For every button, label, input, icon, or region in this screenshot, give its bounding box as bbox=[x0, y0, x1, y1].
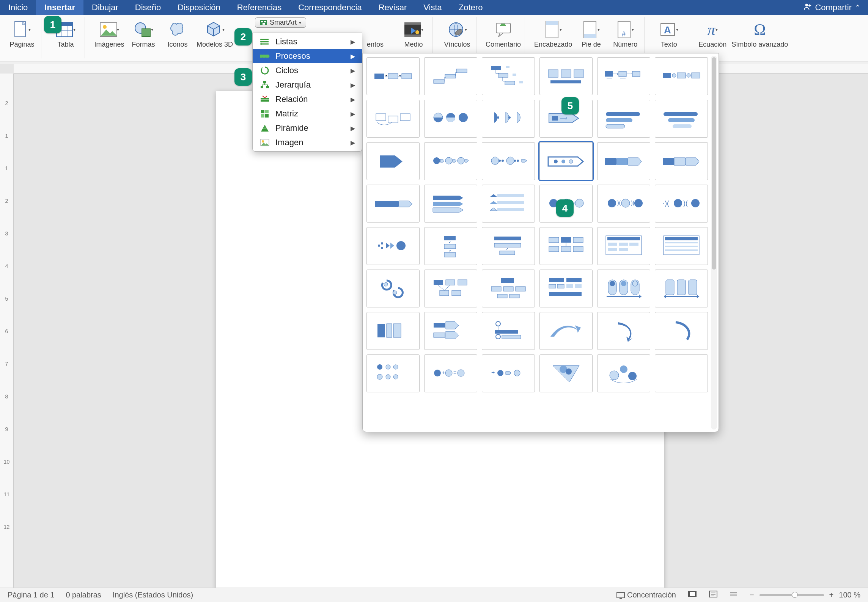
gallery-thumbnail[interactable] bbox=[482, 142, 535, 180]
gallery-thumbnail[interactable] bbox=[482, 100, 535, 138]
piede-button[interactable]: ▾ Pie de bbox=[576, 18, 606, 49]
gallery-thumbnail[interactable] bbox=[482, 270, 535, 307]
gallery-thumbnail[interactable] bbox=[539, 227, 593, 265]
share-button[interactable]: Compartir bbox=[815, 3, 852, 13]
gallery-thumbnail[interactable] bbox=[597, 227, 650, 265]
tab-disposicion[interactable]: Disposición bbox=[169, 0, 229, 15]
tab-insertar[interactable]: Insertar bbox=[36, 0, 83, 15]
gallery-thumbnail[interactable] bbox=[655, 312, 708, 350]
zoom-out-button[interactable]: − bbox=[750, 591, 754, 599]
view-read-button[interactable] bbox=[709, 590, 718, 600]
gallery-thumbnail[interactable] bbox=[424, 185, 477, 223]
ruler-vertical[interactable]: 21 12 34 56 78 910 1112 bbox=[0, 74, 14, 588]
gallery-thumbnail[interactable] bbox=[366, 142, 420, 180]
gallery-thumbnail[interactable] bbox=[539, 57, 593, 95]
gallery-thumbnail[interactable] bbox=[366, 227, 420, 265]
status-page[interactable]: Página 1 de 1 bbox=[8, 591, 54, 599]
texto-button[interactable]: A▾ Texto bbox=[654, 18, 684, 49]
gallery-thumbnail[interactable] bbox=[482, 185, 535, 223]
modelos3d-button[interactable]: ▾ Modelos 3D bbox=[197, 18, 233, 49]
svg-rect-73 bbox=[677, 73, 686, 78]
gallery-thumbnail[interactable]: + bbox=[482, 354, 535, 392]
gallery-thumbnail[interactable] bbox=[482, 57, 535, 95]
gallery-thumbnail[interactable]: )()( bbox=[597, 185, 650, 223]
gallery-thumbnail[interactable] bbox=[424, 142, 477, 180]
gallery-thumbnail[interactable] bbox=[539, 270, 593, 307]
gallery-thumbnail[interactable] bbox=[424, 312, 477, 350]
svg-text:+: + bbox=[442, 370, 445, 376]
gallery-thumbnail[interactable] bbox=[366, 312, 420, 350]
partial-button[interactable]: entos bbox=[365, 18, 385, 49]
menu-item-piramide[interactable]: Pirámide ▶ bbox=[253, 121, 362, 135]
gallery-thumbnail[interactable] bbox=[539, 142, 593, 180]
paginas-button[interactable]: ▾ Páginas bbox=[7, 18, 37, 49]
encabezado-button[interactable]: ▾ Encabezado bbox=[534, 18, 572, 49]
vinculos-button[interactable]: ▾ Vínculos bbox=[442, 18, 472, 49]
gallery-thumbnail[interactable] bbox=[424, 100, 477, 138]
focus-mode-button[interactable]: Concentración bbox=[616, 591, 676, 599]
gallery-thumbnail[interactable] bbox=[366, 100, 420, 138]
gallery-thumbnail[interactable] bbox=[655, 142, 708, 180]
gallery-thumbnail[interactable] bbox=[597, 354, 650, 392]
tab-vista[interactable]: Vista bbox=[415, 0, 450, 15]
numero-button[interactable]: #▾ Número bbox=[610, 18, 640, 49]
gallery-thumbnail[interactable] bbox=[366, 57, 420, 95]
zoom-level[interactable]: 100 % bbox=[839, 591, 860, 599]
menu-item-jerarquia[interactable]: Jerarquía ▶ bbox=[253, 78, 362, 92]
step-badge-3: 3 bbox=[234, 68, 252, 86]
svg-rect-29 bbox=[261, 21, 263, 22]
gallery-thumbnail[interactable]: += bbox=[424, 354, 477, 392]
medio-button[interactable]: ▾ Medio bbox=[398, 18, 429, 49]
gallery-thumbnail[interactable] bbox=[366, 354, 420, 392]
gallery-thumbnail[interactable] bbox=[424, 227, 477, 265]
gallery-thumbnail[interactable] bbox=[655, 227, 708, 265]
gallery-thumbnail[interactable] bbox=[482, 312, 535, 350]
tab-dibujar[interactable]: Dibujar bbox=[83, 0, 127, 15]
imagenes-button[interactable]: ▾ Imágenes bbox=[94, 18, 124, 49]
menu-item-ciclos[interactable]: Ciclos ▶ bbox=[253, 63, 362, 78]
tab-correspondencia[interactable]: Correspondencia bbox=[290, 0, 370, 15]
zoom-slider[interactable] bbox=[760, 594, 824, 596]
svg-rect-23 bbox=[584, 34, 596, 38]
smartart-button[interactable]: SmartArt ▾ bbox=[255, 17, 306, 28]
gallery-thumbnail[interactable]: ·)()( bbox=[655, 185, 708, 223]
gallery-thumbnail[interactable] bbox=[597, 142, 650, 180]
view-web-button[interactable] bbox=[729, 590, 738, 600]
gallery-thumbnail[interactable] bbox=[366, 185, 420, 223]
gallery-thumbnail[interactable] bbox=[655, 354, 708, 392]
simbolo-button[interactable]: Ω Símbolo avanzado bbox=[731, 18, 788, 49]
gallery-thumbnail[interactable] bbox=[655, 270, 708, 307]
gallery-thumbnail[interactable] bbox=[424, 57, 477, 95]
gallery-thumbnail[interactable] bbox=[424, 270, 477, 307]
menu-item-listas[interactable]: Listas ▶ bbox=[253, 34, 362, 49]
gallery-thumbnail[interactable] bbox=[539, 354, 593, 392]
menu-item-imagen[interactable]: Imagen ▶ bbox=[253, 135, 362, 150]
gallery-thumbnail[interactable] bbox=[597, 57, 650, 95]
gallery-thumbnail[interactable] bbox=[366, 270, 420, 307]
iconos-button[interactable]: Iconos bbox=[162, 18, 193, 49]
tab-zotero[interactable]: Zotero bbox=[450, 0, 491, 15]
menu-item-procesos[interactable]: Procesos ▶ bbox=[253, 49, 362, 63]
gallery-thumbnail[interactable] bbox=[597, 100, 650, 138]
tab-revisar[interactable]: Revisar bbox=[370, 0, 415, 15]
status-words[interactable]: 0 palabras bbox=[66, 591, 101, 599]
menu-item-relacion[interactable]: Relación ▶ bbox=[253, 92, 362, 107]
gallery-thumbnail[interactable] bbox=[597, 312, 650, 350]
gallery-thumbnail[interactable] bbox=[539, 312, 593, 350]
gallery-thumbnail[interactable] bbox=[655, 100, 708, 138]
ecuacion-button[interactable]: π▾ Ecuación bbox=[697, 18, 728, 49]
formas-button[interactable]: ▾ Formas bbox=[128, 18, 159, 49]
collapse-ribbon-icon[interactable]: ⌃ bbox=[855, 3, 860, 12]
comentario-button[interactable]: Comentario bbox=[486, 18, 521, 49]
tab-inicio[interactable]: Inicio bbox=[0, 0, 36, 15]
gallery-thumbnail[interactable] bbox=[482, 227, 535, 265]
tab-referencias[interactable]: Referencias bbox=[229, 0, 290, 15]
gallery-thumbnail[interactable] bbox=[597, 270, 650, 307]
status-language[interactable]: Inglés (Estados Unidos) bbox=[113, 591, 193, 599]
view-print-button[interactable] bbox=[687, 590, 697, 600]
gallery-scrollbar[interactable] bbox=[711, 56, 717, 430]
tab-diseno[interactable]: Diseño bbox=[127, 0, 169, 15]
gallery-thumbnail[interactable] bbox=[655, 57, 708, 95]
menu-item-matriz[interactable]: Matriz ▶ bbox=[253, 107, 362, 121]
zoom-in-button[interactable]: + bbox=[829, 591, 834, 599]
